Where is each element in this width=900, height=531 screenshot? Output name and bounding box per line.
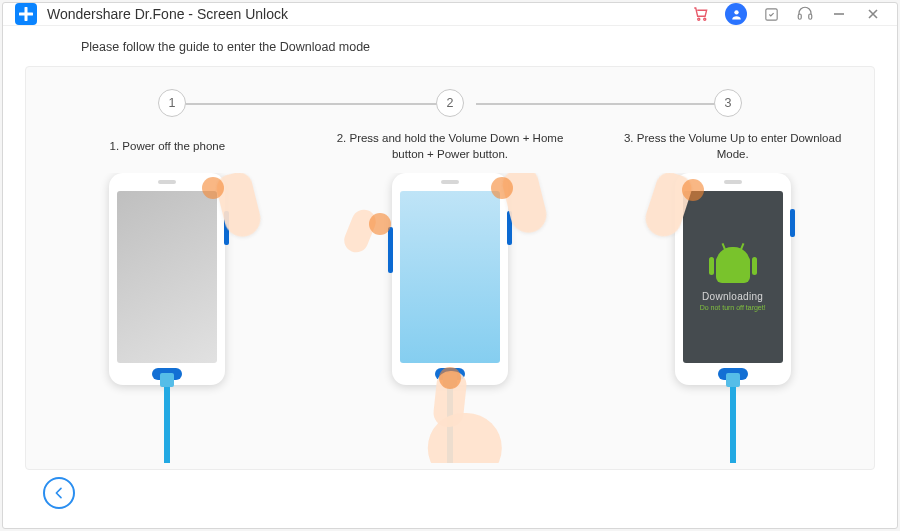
svg-rect-5 [809,14,812,19]
step-circle-3: 3 [714,89,742,117]
footer [25,470,875,516]
support-icon[interactable] [795,4,815,24]
phone-illustration-3: Downloading Do not turn off target! [675,173,791,385]
touch-indicator-icon [682,179,704,201]
close-button[interactable] [863,4,883,24]
titlebar: Wondershare Dr.Fone - Screen Unlock [3,3,897,26]
step-3-label: 3. Press the Volume Up to enter Download… [598,129,868,163]
svg-point-2 [734,10,738,14]
svg-point-1 [704,18,706,20]
step-circle-2: 2 [436,89,464,117]
step-3-column: 3. Press the Volume Up to enter Download… [598,129,868,469]
phone-illustration-1 [109,173,225,385]
feedback-icon[interactable] [761,4,781,24]
phone-illustration-2 [392,173,508,385]
back-button[interactable] [43,477,75,509]
usb-cable-icon [730,385,736,463]
app-title: Wondershare Dr.Fone - Screen Unlock [47,6,288,22]
step-1-column: 1. Power off the phone [32,129,302,469]
minimize-button[interactable] [829,4,849,24]
touch-indicator-icon [491,177,513,199]
download-mode-screen: Downloading Do not turn off target! [683,191,783,363]
download-warning-text: Do not turn off target! [700,304,766,311]
cart-icon[interactable] [691,4,711,24]
step-indicator: 1 2 3 [26,67,874,117]
steps-columns: 1. Power off the phone [26,129,874,469]
step-1-label: 1. Power off the phone [32,129,302,163]
titlebar-actions [691,3,883,25]
usb-cable-icon [164,385,170,463]
touch-indicator-icon [369,213,391,235]
svg-rect-4 [798,14,801,19]
step-circle-1: 1 [158,89,186,117]
content-area: Please follow the guide to enter the Dow… [3,26,897,528]
back-arrow-icon [51,485,67,501]
svg-point-0 [698,18,700,20]
user-icon[interactable] [725,3,747,25]
step-2-column: 2. Press and hold the Volume Down + Home… [315,129,585,469]
download-status-text: Downloading [702,291,763,302]
guide-panel: 1 2 3 1. Power off the phone [25,66,875,470]
touch-indicator-icon [439,367,461,389]
app-window: Wondershare Dr.Fone - Screen Unlock Plea [2,2,898,529]
android-icon [710,243,756,283]
step-2-label: 2. Press and hold the Volume Down + Home… [315,129,585,163]
app-logo [15,3,37,25]
page-instruction: Please follow the guide to enter the Dow… [25,36,875,54]
